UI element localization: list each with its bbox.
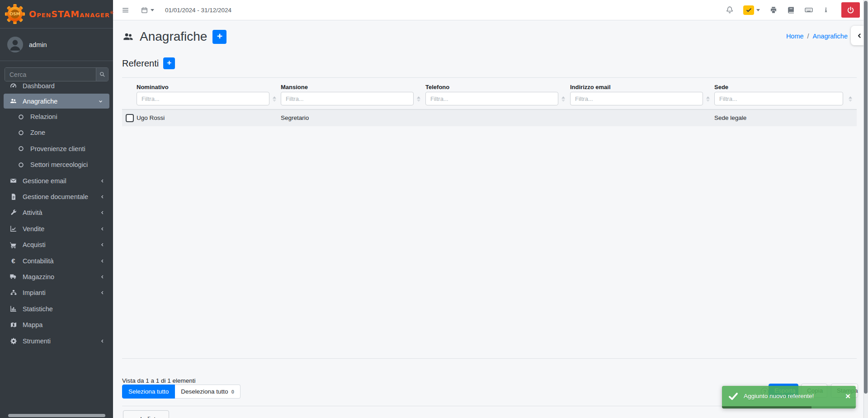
chevron-left-icon — [98, 338, 107, 344]
sort-toggle[interactable] — [561, 96, 565, 102]
envelope-icon — [9, 177, 18, 185]
chevron-left-icon — [98, 274, 107, 280]
chevron-left-icon — [856, 32, 863, 39]
sidebar-item-magazzino[interactable]: Magazzino — [0, 269, 113, 285]
sidebar-item-label: Vendite — [23, 225, 44, 233]
logout-button[interactable] — [841, 2, 860, 18]
sidebar-item-dashboard[interactable]: Dashboard — [0, 78, 113, 94]
sidebar-item-settori-merceologici[interactable]: Settori merceologici — [0, 157, 113, 173]
table-header: Nominativo Mansione Telefono Indirizzo e… — [122, 78, 857, 110]
sidebar-item-attivita[interactable]: Attività — [0, 205, 113, 221]
sidebar-item-contabilita[interactable]: Contabilità — [0, 253, 113, 269]
checkmark-icon — [727, 390, 739, 402]
select-all-button[interactable]: Seleziona tutto — [122, 385, 175, 399]
sidebar-item-gestione-email[interactable]: Gestione email — [0, 173, 113, 189]
deselect-all-button[interactable]: Deseleziona tutto 0 — [175, 385, 240, 399]
breadcrumb-current-link[interactable]: Anagrafiche — [813, 33, 848, 40]
svg-text:OSM: OSM — [9, 12, 20, 16]
column-header-label[interactable]: Telefono — [425, 84, 570, 90]
column-indirizzo-email: Indirizzo email — [570, 84, 714, 105]
keyboard-icon — [804, 5, 813, 14]
notifications-button[interactable] — [726, 6, 734, 14]
sidebar-item-anagrafiche[interactable]: Anagrafiche — [4, 94, 109, 109]
filter-nominativo-input[interactable] — [137, 92, 269, 105]
page-scrollbar-thumb[interactable] — [864, 1, 868, 394]
sidebar-item-acquisti[interactable]: Acquisti — [0, 237, 113, 253]
filter-indirizzo-email-input[interactable] — [570, 92, 703, 105]
euro-icon — [9, 257, 18, 265]
sidebar-nav: Dashboard Anagrafiche Relazioni Zone Pro… — [0, 78, 113, 349]
sidebar-item-provenienze-clienti[interactable]: Provenienze clienti — [0, 141, 113, 157]
toast-progress-fill — [722, 406, 811, 408]
info-button[interactable] — [823, 6, 829, 14]
table-info: Vista da 1 a 1 di 1 elementi — [122, 377, 196, 384]
sidebar: OSM OpenSTAManager® admin — [0, 0, 113, 418]
sidebar-item-zone[interactable]: Zone — [0, 125, 113, 141]
sidebar-item-vendite[interactable]: Vendite — [0, 221, 113, 237]
add-anagrafica-button[interactable] — [212, 30, 226, 44]
row-checkbox[interactable] — [126, 114, 134, 122]
document-icon — [9, 193, 18, 200]
column-header-label[interactable]: Mansione — [281, 84, 425, 90]
user-name[interactable]: admin — [29, 41, 47, 48]
referenti-table: Nominativo Mansione Telefono Indirizzo e… — [122, 77, 857, 359]
column-header-label[interactable]: Nominativo — [137, 84, 281, 90]
main-content: Anagrafiche Home / Anagrafiche Referenti… — [113, 20, 868, 418]
add-referente-button[interactable] — [163, 57, 175, 69]
column-telefono: Telefono — [425, 84, 570, 105]
shortcuts-button[interactable] — [804, 5, 813, 14]
sidebar-item-label: Mappa — [23, 321, 42, 328]
cart-icon — [9, 241, 18, 249]
filter-mansione-input[interactable] — [281, 92, 414, 105]
circle-icon — [17, 162, 25, 168]
sidebar-horizontal-scrollbar-thumb[interactable] — [8, 414, 105, 417]
date-range[interactable]: 01/01/2024 - 31/12/2024 — [165, 7, 231, 14]
app-window: OSM OpenSTAManager® admin — [0, 0, 868, 418]
print-button[interactable] — [769, 6, 778, 14]
success-toast: Aggiunto nuovo referente! × — [722, 386, 856, 408]
check-badge-icon — [743, 5, 754, 15]
sidebar-item-relazioni[interactable]: Relazioni — [0, 109, 113, 124]
column-header-label[interactable]: Sede — [714, 84, 857, 90]
caret-down-icon — [151, 9, 154, 11]
sidebar-item-strumenti[interactable]: Strumenti — [0, 333, 113, 349]
section-title: Referenti — [122, 58, 159, 69]
sidebar-item-mappa[interactable]: Mappa — [0, 317, 113, 332]
sidebar-item-label: Zone — [30, 129, 45, 136]
bar-chart-icon — [9, 305, 18, 313]
book-icon — [787, 6, 795, 14]
user-panel: admin — [0, 28, 113, 61]
sort-toggle[interactable] — [273, 96, 276, 102]
filter-telefono-input[interactable] — [425, 92, 558, 105]
cell-nominativo: Ugo Rossi — [137, 114, 165, 121]
sort-toggle[interactable] — [417, 96, 420, 102]
table-row[interactable]: Ugo Rossi Segretario Sede legale — [122, 110, 857, 126]
sidebar-item-gestione-documentale[interactable]: Gestione documentale — [0, 189, 113, 204]
search-icon — [99, 71, 106, 78]
cell-sede: Sede legale — [714, 114, 746, 121]
sidebar-toggle-button[interactable] — [121, 6, 130, 14]
osm-gear-logo-icon: OSM — [5, 4, 25, 24]
sort-toggle[interactable] — [706, 96, 710, 102]
brand-logo[interactable]: OSM OpenSTAManager® — [0, 0, 113, 28]
sidebar-item-label: Gestione email — [23, 177, 66, 185]
printer-icon — [769, 6, 778, 14]
power-icon — [846, 6, 855, 14]
sidebar-item-label: Acquisti — [23, 241, 46, 248]
breadcrumb-home-link[interactable]: Home — [786, 33, 804, 40]
sidebar-item-statistiche[interactable]: Statistiche — [0, 301, 113, 317]
tasks-status-button[interactable] — [743, 5, 760, 15]
sidebar-item-label: Statistiche — [23, 305, 53, 313]
sidebar-item-impianti[interactable]: Impianti — [0, 285, 113, 301]
column-nominativo: Nominativo — [137, 84, 281, 105]
sidebar-item-label: Provenienze clienti — [30, 145, 85, 152]
column-header-label[interactable]: Indirizzo email — [570, 84, 714, 90]
toast-close-button[interactable]: × — [845, 392, 850, 400]
docs-button[interactable] — [787, 6, 795, 14]
filter-sede-input[interactable] — [714, 92, 843, 105]
cell-mansione: Segretario — [281, 114, 309, 121]
back-button[interactable]: Indietro — [123, 410, 169, 418]
calendar-dropdown-button[interactable] — [141, 6, 154, 14]
users-icon — [122, 31, 134, 43]
sort-toggle[interactable] — [849, 96, 852, 102]
